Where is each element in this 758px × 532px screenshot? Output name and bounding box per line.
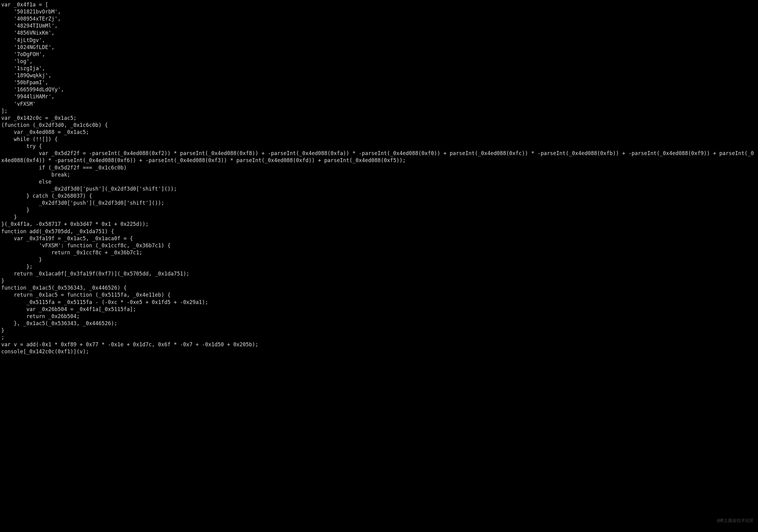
watermark: @稀土掘金技术社区 — [717, 517, 754, 523]
code-block: var _0x4f1a = [ '501821bvOrbM', '408954x… — [0, 0, 758, 356]
